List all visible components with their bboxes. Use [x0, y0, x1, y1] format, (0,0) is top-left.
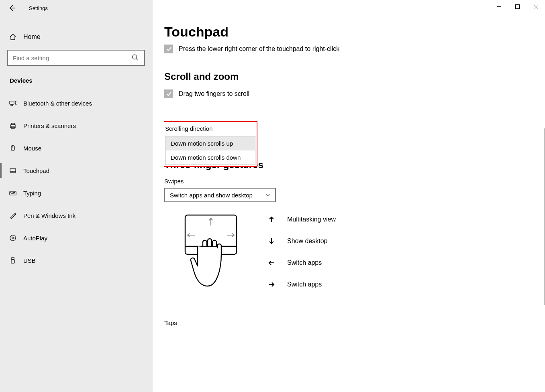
- sidebar-item-label: USB: [23, 257, 36, 264]
- sidebar-item-mouse[interactable]: Mouse: [0, 137, 152, 159]
- section-scroll-zoom: Scroll and zoom: [164, 71, 545, 82]
- sidebar-item-label: Touchpad: [23, 167, 49, 174]
- svg-point-4: [133, 55, 137, 59]
- minimize-button[interactable]: [490, 0, 508, 13]
- sidebar-item-label: AutoPlay: [23, 235, 47, 242]
- gesture-down: Show desktop: [267, 238, 336, 245]
- back-icon[interactable]: [8, 4, 16, 12]
- gesture-label: Show desktop: [287, 238, 328, 245]
- sidebar-item-autoplay[interactable]: AutoPlay: [0, 227, 152, 249]
- sidebar: Settings Home Devices Bluetooth & other …: [0, 0, 153, 392]
- checkbox-icon: [164, 89, 173, 98]
- arrow-down-icon: [267, 238, 276, 245]
- sidebar-item-label: Mouse: [23, 145, 41, 152]
- window-controls: [490, 0, 545, 13]
- gesture-left: Switch apps: [267, 259, 336, 266]
- gesture-label: Switch apps: [287, 281, 322, 288]
- sidebar-item-printers[interactable]: Printers & scanners: [0, 114, 152, 137]
- search-icon: [131, 54, 139, 62]
- bluetooth-icon: [9, 99, 17, 107]
- svg-point-22: [10, 235, 16, 241]
- checkbox-right-click[interactable]: Press the lower right corner of the touc…: [164, 45, 545, 53]
- scrolling-direction-dropdown[interactable]: Scrolling direction Down motion scrolls …: [164, 121, 257, 167]
- pen-icon: [9, 211, 17, 219]
- svg-rect-16: [10, 191, 16, 195]
- mouse-icon: [9, 144, 17, 152]
- scroll-dir-option-up[interactable]: Down motion scrolls up: [166, 136, 255, 150]
- checkbox-icon: [164, 45, 173, 53]
- svg-line-5: [136, 59, 138, 60]
- gesture-right: Switch apps: [267, 281, 336, 288]
- sidebar-item-usb[interactable]: USB: [0, 249, 152, 272]
- page-title: Touchpad: [164, 24, 545, 40]
- sidebar-item-label: Printers & scanners: [23, 122, 76, 129]
- sidebar-item-typing[interactable]: Typing: [0, 182, 152, 204]
- gesture-label: Switch apps: [287, 259, 322, 266]
- checkbox-label: Drag two fingers to scroll: [179, 90, 249, 97]
- swipes-dropdown[interactable]: Switch apps and show desktop: [164, 188, 276, 202]
- close-button[interactable]: [527, 0, 545, 13]
- search-input[interactable]: [13, 55, 131, 61]
- sidebar-item-label: Home: [23, 33, 41, 41]
- swipes-dropdown-value: Switch apps and show desktop: [170, 192, 253, 199]
- printer-icon: [9, 122, 17, 130]
- sidebar-item-home[interactable]: Home: [0, 26, 152, 48]
- svg-rect-7: [11, 105, 13, 106]
- usb-icon: [9, 256, 17, 264]
- svg-rect-23: [12, 258, 14, 260]
- sidebar-item-pen[interactable]: Pen & Windows Ink: [0, 204, 152, 227]
- arrow-left-icon: [267, 259, 276, 266]
- scrolling-direction-options: Down motion scrolls up Down motion scrol…: [165, 136, 255, 165]
- gesture-up: Multitasking view: [267, 216, 336, 223]
- arrow-up-icon: [267, 216, 276, 223]
- sidebar-section-header: Devices: [0, 66, 152, 88]
- svg-rect-6: [10, 101, 14, 104]
- autoplay-icon: [9, 234, 17, 242]
- sidebar-item-label: Bluetooth & other devices: [23, 100, 92, 107]
- svg-rect-9: [11, 123, 14, 125]
- touchpad-icon: [9, 167, 17, 175]
- maximize-button[interactable]: [508, 0, 527, 13]
- svg-rect-1: [515, 4, 519, 8]
- scrolling-direction-label: Scrolling direction: [164, 122, 257, 136]
- chevron-down-icon: [265, 192, 270, 199]
- sidebar-item-label: Pen & Windows Ink: [23, 212, 76, 219]
- sidebar-item-label: Typing: [23, 190, 41, 197]
- gesture-label: Multitasking view: [287, 216, 336, 223]
- taps-label: Taps: [164, 319, 545, 326]
- checkbox-label: Press the lower right corner of the touc…: [179, 45, 339, 53]
- sidebar-item-bluetooth[interactable]: Bluetooth & other devices: [0, 92, 152, 114]
- search-input-wrap[interactable]: [7, 50, 145, 66]
- svg-rect-24: [11, 260, 14, 263]
- arrow-right-icon: [267, 281, 276, 288]
- main-content: Touchpad Press the lower right corner of…: [164, 24, 545, 392]
- swipes-label: Swipes: [164, 178, 545, 185]
- sidebar-item-touchpad[interactable]: Touchpad: [0, 159, 152, 182]
- home-icon: [9, 33, 17, 41]
- keyboard-icon: [9, 189, 17, 197]
- scroll-dir-option-down[interactable]: Down motion scrolls down: [166, 150, 255, 165]
- gesture-diagram: [179, 214, 243, 308]
- checkbox-two-finger-scroll[interactable]: Drag two fingers to scroll: [164, 89, 545, 98]
- window-title: Settings: [29, 5, 48, 11]
